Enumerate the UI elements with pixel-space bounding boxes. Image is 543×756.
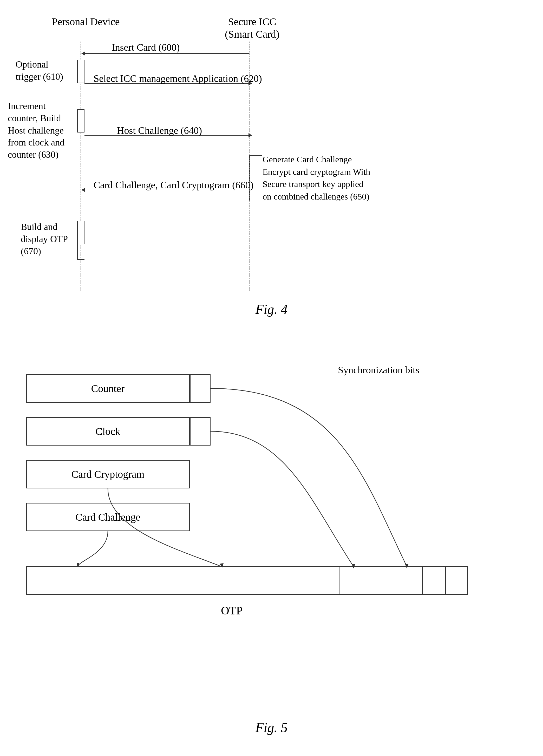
fig5-title: Fig. 5: [255, 720, 288, 735]
arrow-otp-down: [77, 244, 84, 260]
arrow-card-challenge-cryptogram-label: Card Challenge, Card Cryptogram (660): [94, 179, 253, 191]
secure-icc-label: Secure ICC (Smart Card): [216, 16, 289, 41]
card-cryptogram-box: Card Cryptogram: [26, 460, 190, 488]
fig5-arrows-svg: [0, 348, 543, 743]
fig4-title: Fig. 4: [255, 302, 288, 317]
counter-small-sq: [190, 374, 210, 403]
clock-box: Clock: [26, 417, 190, 446]
build-display-otp-note: Build and display OTP (670): [21, 221, 73, 257]
arrow-insert-card: [84, 53, 249, 54]
card-challenge-box: Card Challenge: [26, 503, 190, 531]
icc-annotation-bracket: [249, 155, 249, 201]
arrow-select-icc-label: Select ICC management Application (620): [94, 73, 262, 84]
increment-counter-note: Increment counter, Build Host challenge …: [8, 100, 73, 161]
clock-small-sq: [190, 417, 210, 446]
fig5-diagram: Fig. 5 Counter Clock Card Cryptogram Car…: [0, 348, 543, 743]
icc-annotation-top-line: [249, 155, 262, 156]
activation-box-3: [77, 221, 84, 244]
activation-box-1: [77, 60, 84, 83]
otp-bar: [26, 566, 468, 595]
activation-box-2: [77, 109, 84, 132]
icc-annotation-bottom-line: [249, 201, 262, 201]
fig4-diagram: Fig. 4 Personal Device Secure ICC (Smart…: [0, 8, 543, 320]
counter-box: Counter: [26, 374, 190, 403]
arrow-host-challenge-label: Host Challenge (640): [117, 125, 202, 136]
optional-trigger-note: Optional trigger (610): [16, 58, 73, 83]
personal-device-label: Personal Device: [49, 16, 122, 28]
otp-label: OTP: [221, 604, 242, 617]
generate-card-note: Generate Card Challenge Encrypt card cry…: [262, 153, 372, 203]
arrow-insert-card-label: Insert Card (600): [112, 42, 180, 53]
sync-label: Synchronization bits: [338, 364, 419, 376]
